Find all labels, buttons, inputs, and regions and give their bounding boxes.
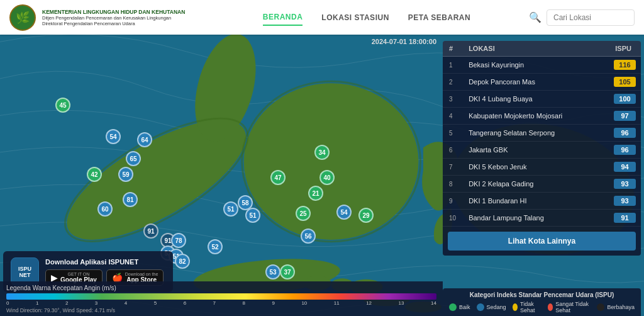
wind-legend: Legenda Warna Kecepatan Angin (m/s) 0123… xyxy=(0,281,443,316)
map-marker[interactable]: 54 xyxy=(106,129,121,144)
wind-number: 13 xyxy=(399,300,404,306)
map-marker[interactable]: 52 xyxy=(208,239,223,254)
map-marker[interactable]: 53 xyxy=(265,264,280,279)
table-row[interactable]: 1 Bekasi Kayuringin 116 xyxy=(443,57,641,74)
table-row[interactable]: 5 Tangerang Selatan Serpong 96 xyxy=(443,125,641,142)
col-lokasi: LOKASI xyxy=(462,41,598,57)
map-marker[interactable]: 78 xyxy=(171,233,186,248)
row-ispu: 96 xyxy=(598,125,641,142)
main-nav: BERANDA LOKASI STASIUN PETA SEBARAN xyxy=(214,9,519,26)
logo-line3: Direktorat Pengendalian Pencemaran Udara xyxy=(42,21,185,26)
map-marker[interactable]: 25 xyxy=(296,206,311,221)
wind-speed-info: Wind Direction: 79.30°, Wind Speed: 4.71… xyxy=(6,307,436,313)
table-row[interactable]: 10 Bandar Lampung Talang 91 xyxy=(443,210,641,227)
map-marker[interactable]: 42 xyxy=(87,167,102,182)
svg-point-3 xyxy=(244,83,419,240)
panel-table: # LOKASI ISPU 1 Bekasi Kayuringin 116 2 … xyxy=(443,41,641,227)
ispu-badge: 105 xyxy=(614,77,636,87)
ispu-legend-item: Berbahaya xyxy=(597,303,635,311)
ispu-badge: 91 xyxy=(614,213,636,223)
wind-number: 11 xyxy=(334,300,340,306)
map-marker[interactable]: 91 xyxy=(143,223,158,239)
map-marker[interactable]: 60 xyxy=(97,201,113,217)
map-marker[interactable]: 40 xyxy=(319,170,335,185)
map-marker[interactable]: 21 xyxy=(308,186,323,201)
ispu-legend: Kategori Indeks Standar Pencemar Udara (… xyxy=(443,288,641,316)
ispu-badge: 100 xyxy=(614,94,636,104)
map-marker[interactable]: 29 xyxy=(358,208,374,223)
map-marker[interactable]: 54 xyxy=(336,205,352,220)
map-marker[interactable]: 81 xyxy=(123,192,138,207)
nav-beranda[interactable]: BERANDA xyxy=(263,9,303,26)
row-num: 8 xyxy=(443,176,462,193)
map-marker[interactable]: 56 xyxy=(301,229,316,244)
search-area: 🔍 xyxy=(519,9,644,26)
ispu-legend-item: Sedang xyxy=(477,303,506,311)
wind-gradient-row xyxy=(6,293,436,300)
logo-area: 🌿 KEMENTERIAN LINGKUNGAN HIDUP DAN KEHUT… xyxy=(0,4,214,31)
row-num: 9 xyxy=(443,193,462,210)
ispu-legend-item: Tidak Sehat xyxy=(513,301,541,313)
row-name: Bekasi Kayuringin xyxy=(462,57,598,74)
row-num: 10 xyxy=(443,210,462,227)
row-num: 2 xyxy=(443,74,462,91)
table-row[interactable]: 4 Kabupaten Mojokerto Mojosari 97 xyxy=(443,108,641,125)
ispu-badge: 96 xyxy=(614,128,636,138)
timestamp: 2024-07-01 18:00:00 xyxy=(372,38,436,45)
ispu-badge: 94 xyxy=(614,162,636,172)
map-marker[interactable]: 37 xyxy=(280,264,295,279)
row-num: 6 xyxy=(443,142,462,159)
table-row[interactable]: 9 DKI 1 Bundaran HI 93 xyxy=(443,193,641,210)
table-row[interactable]: 3 DKI 4 Lubang Buaya 100 xyxy=(443,91,641,108)
row-num: 5 xyxy=(443,125,462,142)
ispu-legend-title: Kategori Indeks Standar Pencemar Udara (… xyxy=(449,291,635,298)
lihat-kota-button[interactable]: Lihat Kota Lainnya xyxy=(448,232,636,251)
row-ispu: 105 xyxy=(598,74,641,91)
map-marker[interactable]: 45 xyxy=(55,98,70,113)
wind-number: 12 xyxy=(366,300,372,306)
row-num: 7 xyxy=(443,159,462,176)
table-row[interactable]: 6 Jakarta GBK 96 xyxy=(443,142,641,159)
row-name: DKI 1 Bundaran HI xyxy=(462,193,598,210)
map-marker[interactable]: 64 xyxy=(137,132,152,147)
ispu-legend-dot xyxy=(548,303,553,311)
row-name: DKI 2 Kelapa Gading xyxy=(462,176,598,193)
row-ispu: 91 xyxy=(598,210,641,227)
ispu-badge: 93 xyxy=(614,196,636,206)
ispu-legend-label: Baik xyxy=(459,304,470,310)
ispu-legend-dot xyxy=(449,303,457,311)
wind-number: 10 xyxy=(301,300,307,306)
row-ispu: 96 xyxy=(598,142,641,159)
download-title: Download Aplikasi ISPUNET xyxy=(45,258,165,266)
row-name: DKI 5 Kebon Jeruk xyxy=(462,159,598,176)
row-num: 3 xyxy=(443,91,462,108)
map-marker[interactable]: 34 xyxy=(314,145,330,160)
nav-lokasi[interactable]: LOKASI STASIUN xyxy=(321,10,389,25)
col-num: # xyxy=(443,41,462,57)
wind-number: 14 xyxy=(431,300,436,306)
wind-number: 9 xyxy=(272,300,274,306)
wind-number: 6 xyxy=(184,300,186,306)
map-marker[interactable]: 51 xyxy=(245,208,260,223)
map-marker[interactable]: 82 xyxy=(175,254,190,269)
map-container: 2024-07-01 18:00:00 45546465425981609191… xyxy=(0,35,644,316)
map-marker[interactable]: 47 xyxy=(270,170,286,185)
nav-peta[interactable]: PETA SEBARAN xyxy=(408,10,470,25)
map-marker[interactable]: 65 xyxy=(126,151,141,166)
table-row[interactable]: 8 DKI 2 Kelapa Gading 93 xyxy=(443,176,641,193)
row-name: Jakarta GBK xyxy=(462,142,598,159)
row-ispu: 100 xyxy=(598,91,641,108)
table-row[interactable]: 2 Depok Pancoran Mas 105 xyxy=(443,74,641,91)
table-row[interactable]: 7 DKI 5 Kebon Jeruk 94 xyxy=(443,159,641,176)
row-ispu: 93 xyxy=(598,193,641,210)
logo-emblem: 🌿 xyxy=(9,4,36,31)
map-marker[interactable]: 59 xyxy=(118,167,133,182)
map-marker[interactable]: 51 xyxy=(223,201,238,217)
search-input[interactable] xyxy=(547,9,635,26)
row-name: Tangerang Selatan Serpong xyxy=(462,125,598,142)
wind-number: 1 xyxy=(36,300,38,306)
search-button[interactable]: 🔍 xyxy=(529,11,541,23)
ispu-legend-label: Tidak Sehat xyxy=(520,301,541,313)
row-name: Kabupaten Mojokerto Mojosari xyxy=(462,108,598,125)
wind-number: 7 xyxy=(213,300,216,306)
